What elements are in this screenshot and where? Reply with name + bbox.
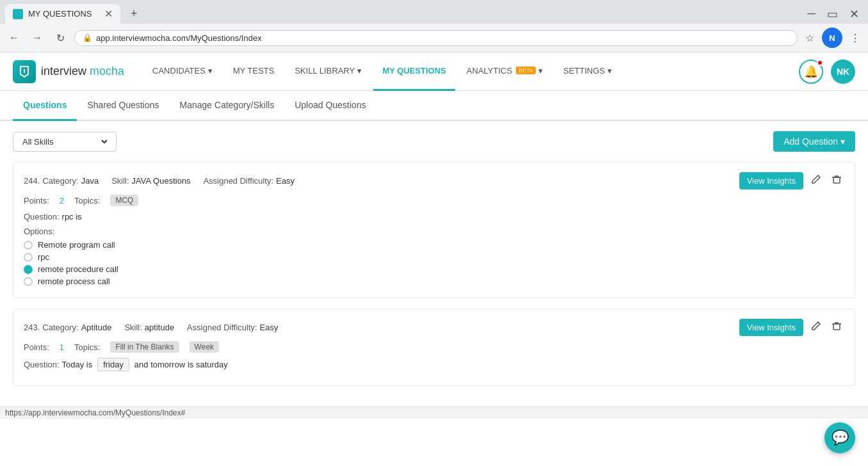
nav-skill-library[interactable]: SKILL LIBRARY ▾	[285, 52, 371, 91]
question-meta-243: 243. Category: Aptitude Skill: aptitude …	[24, 318, 844, 336]
bookmark-icon[interactable]: ☆	[803, 29, 817, 47]
content-area: All Skills Add Question ▾ 244. Category:…	[0, 121, 868, 406]
option-text-4: remote process call	[38, 277, 110, 286]
tab-upload-questions[interactable]: Upload Questions	[284, 91, 376, 121]
browser-tab[interactable]: MY QUESTIONS ✕	[5, 4, 120, 24]
forward-button[interactable]: →	[28, 29, 46, 47]
question-label-244: Question:	[24, 212, 60, 221]
new-tab-button[interactable]: +	[125, 4, 143, 23]
back-button[interactable]: ←	[5, 29, 23, 47]
view-insights-button-244[interactable]: View Insights	[739, 172, 803, 189]
browser-profile-icon[interactable]: N	[822, 28, 842, 48]
tab-favicon	[13, 9, 23, 19]
sub-nav: Questions Shared Questions Manage Catego…	[0, 91, 868, 121]
diff-label-244: Assigned Difficulty:	[204, 176, 274, 186]
radio-option-2	[24, 253, 33, 262]
question-actions-244: View Insights	[739, 172, 844, 189]
diff-value-243: Easy	[260, 323, 278, 332]
skill-value-243: aptitude	[145, 323, 174, 332]
filter-row: All Skills Add Question ▾	[13, 131, 855, 152]
address-bar[interactable]: app.interviewmocha.com/MyQuestions/Index	[96, 33, 789, 43]
option-row-1: Remote program call	[24, 240, 844, 250]
candidates-chevron-icon: ▾	[208, 66, 213, 76]
close-window-button[interactable]: ✕	[846, 6, 863, 22]
points-label-244: Points:	[24, 196, 49, 205]
svg-rect-4	[833, 324, 840, 330]
tab-shared-questions[interactable]: Shared Questions	[77, 91, 169, 121]
nav-settings[interactable]: SETTINGS ▾	[554, 52, 621, 91]
radio-option-4	[24, 277, 33, 286]
option-text-1: Remote program call	[38, 240, 115, 250]
logo-icon	[13, 60, 36, 83]
tab-questions[interactable]: Questions	[13, 91, 77, 121]
user-avatar[interactable]: NK	[831, 60, 855, 84]
view-insights-button-243[interactable]: View Insights	[739, 319, 803, 336]
category-value-244: Java	[81, 176, 99, 186]
option-row-2: rpc	[24, 252, 844, 262]
logo[interactable]: interview mocha	[13, 60, 124, 83]
analytics-beta-badge: BETA	[516, 67, 536, 74]
question-text-row-244: Question: rpc is	[24, 211, 844, 221]
question-text-after-243: and tomorrow is saturday	[134, 360, 228, 369]
more-options-icon[interactable]: ⋮	[848, 29, 863, 47]
analytics-chevron-icon: ▾	[538, 66, 543, 76]
options-label-244: Options:	[24, 227, 844, 236]
edit-button-244[interactable]	[808, 172, 824, 189]
nav-analytics[interactable]: ANALYTICS BETA ▾	[458, 52, 552, 91]
topics-label-243: Topics:	[74, 342, 100, 352]
tab-close-button[interactable]: ✕	[104, 8, 113, 20]
question-number-244: 244.	[24, 176, 40, 186]
topics-label-244: Topics:	[74, 196, 100, 205]
question-card-243: 243. Category: Aptitude Skill: aptitude …	[13, 309, 855, 386]
skill-value-244: JAVA Questions	[132, 176, 191, 186]
skill-select-dropdown[interactable]: All Skills	[20, 136, 109, 147]
ssl-icon: 🔒	[83, 33, 92, 42]
topic-badge-week: Week	[189, 341, 219, 353]
question-card-244: 244. Category: Java Skill: JAVA Question…	[13, 162, 855, 298]
delete-button-244[interactable]	[829, 172, 844, 189]
question-label-243: Question:	[24, 360, 60, 369]
question-actions-243: View Insights	[739, 318, 844, 336]
delete-button-243[interactable]	[829, 318, 844, 336]
add-question-button[interactable]: Add Question ▾	[773, 131, 855, 152]
question-meta-244: 244. Category: Java Skill: JAVA Question…	[24, 172, 844, 189]
question-number-243: 243.	[24, 323, 40, 332]
edit-button-243[interactable]	[808, 318, 824, 336]
fill-blank-answer-243: friday	[97, 358, 129, 371]
nav-my-questions[interactable]: MY QUESTIONS	[373, 52, 454, 91]
option-text-2: rpc	[38, 252, 49, 262]
topic-badge-mcq: MCQ	[110, 195, 138, 206]
add-question-label: Add Question	[784, 136, 838, 147]
radio-option-1	[24, 241, 33, 250]
settings-chevron-icon: ▾	[607, 66, 612, 76]
header-right: 🔔 NK	[799, 60, 855, 84]
option-text-3: remote procedure call	[38, 264, 118, 274]
app-header: interview mocha CANDIDATES ▾ MY TESTS SK…	[0, 52, 868, 91]
points-row-244: Points: 2 Topics: MCQ	[24, 195, 844, 206]
option-row-4: remote process call	[24, 277, 844, 286]
refresh-button[interactable]: ↻	[51, 29, 69, 47]
radio-option-3-selected	[24, 265, 33, 274]
option-row-3: remote procedure call	[24, 264, 844, 274]
add-question-chevron-icon: ▾	[840, 136, 845, 147]
diff-value-244: Easy	[276, 176, 294, 186]
skill-filter[interactable]: All Skills	[13, 132, 117, 152]
question-text-row-243: Question: Today is friday and tomorrow i…	[24, 358, 844, 371]
category-label-243: Category:	[42, 323, 78, 332]
svg-rect-2	[833, 177, 840, 183]
restore-button[interactable]: ▭	[823, 6, 842, 22]
status-bar: https://app.interviewmocha.com/MyQuestio…	[0, 406, 868, 419]
notification-button[interactable]: 🔔	[799, 60, 823, 84]
category-value-243: Aptitude	[81, 323, 112, 332]
minimize-button[interactable]: ─	[803, 6, 819, 22]
tab-manage-category[interactable]: Manage Category/Skills	[170, 91, 285, 121]
points-row-243: Points: 1 Topics: Fill in The Blanks Wee…	[24, 341, 844, 353]
skill-library-chevron-icon: ▾	[357, 66, 362, 76]
nav-candidates[interactable]: CANDIDATES ▾	[143, 52, 221, 91]
status-bar-url: https://app.interviewmocha.com/MyQuestio…	[5, 408, 185, 417]
logo-text: interview mocha	[41, 65, 124, 78]
nav-my-tests[interactable]: MY TESTS	[224, 52, 284, 91]
question-text-244: rpc is	[62, 212, 82, 221]
question-text-before-243: Today is	[62, 360, 93, 369]
skill-label-244: Skill:	[111, 176, 129, 186]
